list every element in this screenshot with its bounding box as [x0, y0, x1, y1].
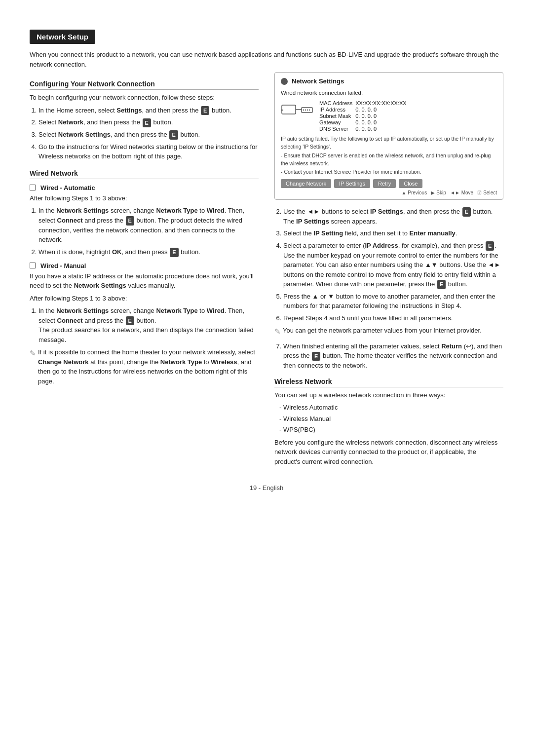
note-icon: ✎ [30, 348, 36, 359]
subnet-label: Subnet Mask [319, 113, 355, 119]
ns-header: Network Settings [281, 77, 497, 85]
step-item: In the Home screen, select Settings, and… [38, 106, 259, 115]
wireless-intro: You can set up a wireless network connec… [274, 390, 503, 400]
wireless-way-3: WPS(PBC) [279, 425, 503, 435]
wired-auto-intro: After following Steps 1 to 3 above: [30, 193, 259, 203]
wired-auto-steps: In the Network Settings screen, change N… [38, 206, 259, 257]
enter-button-icon: E [201, 106, 209, 115]
svg-rect-2 [281, 110, 283, 111]
right-column: Network Settings Wired network connectio… [274, 72, 503, 469]
change-network-button[interactable]: Change Network [281, 179, 331, 188]
step-item: Go to the instructions for Wired network… [38, 142, 259, 161]
checkbox-icon [30, 185, 36, 190]
enter-button-icon: E [486, 241, 494, 251]
ns-message-1: IP auto setting failed. Try the followin… [281, 135, 497, 151]
retry-button[interactable]: Retry [373, 179, 396, 188]
wired-automatic-title: Wired - Automatic [30, 184, 259, 191]
step-item: Select a parameter to enter (IP Address,… [283, 241, 503, 289]
wireless-way-2: Wireless Manual [279, 414, 503, 424]
ns-buttons: Change Network IP Settings Retry Close [281, 179, 497, 188]
step-item: When it is done, highlight OK, and then … [38, 247, 259, 257]
wired-manual-note: ✎ If it is possible to connect the home … [30, 347, 259, 386]
step-item: Select Network, and then press the E but… [38, 117, 259, 127]
step-item: Select the IP Setting field, and then se… [283, 228, 503, 238]
wired-manual-intro2: After following Steps 1 to 3 above: [30, 294, 259, 303]
checkbox-icon [30, 263, 36, 268]
configuring-intro: To begin configuring your network connec… [30, 93, 259, 103]
enter-button-icon: E [126, 316, 134, 326]
right-note: ✎ You can get the network parameter valu… [274, 326, 503, 338]
device-icon [281, 100, 315, 120]
wired-manual-steps: In the Network Settings screen, change N… [38, 306, 259, 344]
ns-content: MAC Address XX:XX:XX:XX:XX:XX IP Address… [281, 100, 497, 132]
right-steps-7: When finished entering all the parameter… [283, 341, 503, 371]
ns-status: Wired network connection failed. [281, 89, 497, 97]
configuring-steps: In the Home screen, select Settings, and… [38, 106, 259, 161]
wireless-outro: Before you configure the wireless networ… [274, 438, 503, 467]
ns-circle-icon [281, 78, 288, 85]
address-table: MAC Address XX:XX:XX:XX:XX:XX IP Address… [319, 100, 410, 132]
ns-message-3: - Contact your Internet Service Provider… [281, 168, 497, 176]
ns-messages: IP auto setting failed. Try the followin… [281, 135, 497, 176]
ip-value: 0. 0. 0. 0 [355, 107, 409, 113]
svg-rect-0 [282, 105, 296, 114]
svg-rect-3 [302, 108, 312, 113]
enter-button-icon: E [169, 130, 178, 140]
note-icon: ✎ [274, 326, 281, 338]
configuring-title: Configuring Your Network Connection [30, 80, 259, 90]
page-title-box: Network Setup [30, 30, 95, 44]
mac-label: MAC Address [319, 100, 355, 107]
step-item: In the Network Settings screen, change N… [38, 306, 259, 344]
note-text: You can get the network parameter values… [283, 326, 482, 336]
ip-settings-button[interactable]: IP Settings [334, 179, 370, 188]
dns-label: DNS Server [319, 126, 355, 132]
enter-button-icon: E [312, 352, 320, 361]
mac-value: XX:XX:XX:XX:XX:XX [355, 100, 409, 107]
gateway-label: Gateway [319, 119, 355, 126]
step-item: Press the ▲ or ▼ button to move to anoth… [283, 292, 503, 311]
network-settings-box: Network Settings Wired network connectio… [274, 72, 503, 200]
page-number: 19 - English [30, 484, 503, 491]
gateway-value: 0. 0. 0. 0 [355, 119, 409, 126]
wired-network-title: Wired Network [30, 169, 259, 179]
note-text: If it is possible to connect the home th… [38, 347, 259, 386]
ns-title: Network Settings [292, 77, 344, 85]
subnet-value: 0. 0. 0. 0 [355, 113, 409, 119]
right-steps: Use the ◄► buttons to select IP Settings… [283, 207, 503, 323]
close-button[interactable]: Close [399, 179, 422, 188]
ns-message-2: - Ensure that DHCP server is enabled on … [281, 152, 497, 168]
step-item: Select Network Settings, and then press … [38, 130, 259, 140]
wired-manual-intro1: If you have a static IP address or the a… [30, 271, 259, 291]
enter-button-icon: E [143, 118, 151, 128]
wireless-ways-list: Wireless Automatic Wireless Manual WPS(P… [279, 403, 503, 435]
enter-button-icon: E [170, 248, 178, 257]
left-column: Configuring Your Network Connection To b… [30, 72, 259, 390]
ns-nav: ▲ Previous ▶ Skip ◄► Move ☑ Select [281, 190, 497, 195]
wireless-way-1: Wireless Automatic [279, 403, 503, 413]
wired-device-svg [281, 100, 315, 120]
ip-label: IP Address [319, 107, 355, 113]
step-item: In the Network Settings screen, change N… [38, 206, 259, 244]
dns-value: 0. 0. 0. 0 [355, 126, 409, 132]
enter-button-icon: E [437, 280, 446, 289]
page-container: Network Setup When you connect this prod… [30, 30, 503, 491]
step-item: Repeat Steps 4 and 5 until you have fill… [283, 313, 503, 323]
enter-button-icon: E [462, 207, 471, 217]
wireless-network-title: Wireless Network [274, 378, 503, 387]
intro-text: When you connect this product to a netwo… [30, 50, 503, 69]
step-item: When finished entering all the parameter… [283, 341, 503, 371]
wired-manual-title: Wired - Manual [30, 262, 259, 269]
enter-button-icon: E [126, 216, 134, 226]
step-item: Use the ◄► buttons to select IP Settings… [283, 207, 503, 226]
